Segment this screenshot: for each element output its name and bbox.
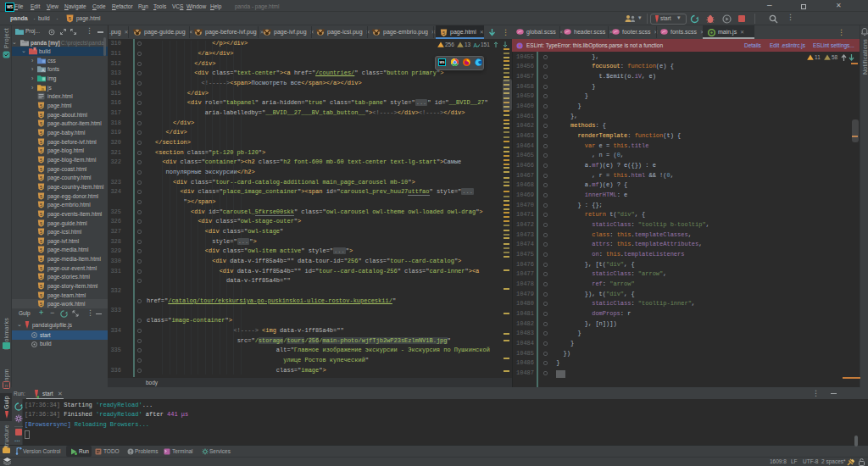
svg-text:5: 5 [40,211,42,216]
svg-text:5: 5 [40,139,42,144]
svg-text:5: 5 [40,302,42,307]
svg-text:5: 5 [40,193,42,198]
svg-text:5: 5 [40,265,42,270]
svg-text:5: 5 [40,148,42,153]
svg-text:5: 5 [40,103,42,108]
svg-text:5: 5 [40,247,42,252]
svg-text:A: A [42,68,45,73]
svg-text:5: 5 [40,130,42,136]
svg-text:5: 5 [40,292,42,297]
svg-text:5: 5 [40,121,42,126]
svg-text:5: 5 [40,257,42,262]
svg-text:A: A [474,42,478,48]
svg-text:n: n [5,383,8,388]
svg-text:5: 5 [442,31,445,36]
svg-text:5: 5 [40,184,42,189]
svg-text:5: 5 [40,220,42,225]
svg-text:5: 5 [40,157,42,162]
svg-text:5: 5 [40,166,42,171]
svg-text:5: 5 [40,230,42,235]
svg-text:5: 5 [40,202,42,208]
svg-text:5: 5 [40,275,42,280]
svg-text:5: 5 [40,112,42,117]
svg-text:5: 5 [40,238,42,243]
svg-text:5: 5 [40,284,42,289]
svg-text:js: js [41,86,45,92]
svg-text:5: 5 [40,175,42,180]
